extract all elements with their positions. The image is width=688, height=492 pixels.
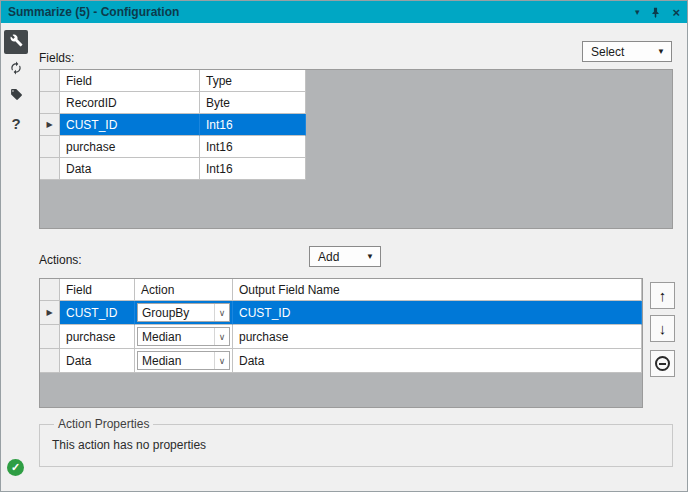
field-cell: purchase [60,136,200,158]
action-properties-label: Action Properties [54,417,153,431]
row-selector-cell[interactable] [40,158,60,180]
title-bar-icons: ▾ × [635,6,680,19]
fields-row[interactable]: Data Int16 [40,158,306,180]
close-icon[interactable]: × [672,6,680,19]
chevron-down-icon: ∨ [214,352,229,369]
column-header-field: Field [60,279,135,301]
actions-row[interactable]: ▶ CUST_ID GroupBy ∨ CUST_ID [40,301,642,325]
actions-label: Actions: [39,253,82,267]
output-field-cell: purchase [233,325,642,349]
title-bar: Summarize (5) - Configuration ▾ × [1,1,687,23]
column-header-field: Field [60,70,200,92]
action-properties-message: This action has no properties [52,438,672,452]
row-selector-header [40,70,60,92]
sidebar-item-refresh[interactable] [4,57,28,81]
fields-panel: Field Type RecordID Byte ▶ CUST_ID Int16… [39,69,673,229]
row-selector-cell[interactable] [40,136,60,158]
type-cell: Int16 [200,158,306,180]
question-icon: ? [11,115,20,132]
actions-panel: Field Action Output Field Name ▶ CUST_ID… [39,278,643,408]
action-field-cell: purchase [60,325,135,349]
action-dropdown-value: GroupBy [138,306,214,320]
action-dropdown-value: Median [138,354,214,368]
field-cell: Data [60,158,200,180]
add-dropdown-button[interactable]: Add ▼ [309,246,381,267]
output-field-cell: Data [233,349,642,373]
chevron-down-icon: ∨ [214,328,229,345]
sidebar: ? ✓ [1,23,31,492]
field-cell: CUST_ID [60,114,200,136]
fields-grid-header: Field Type [40,70,306,92]
fields-grid: Field Type RecordID Byte ▶ CUST_ID Int16… [40,70,306,180]
sidebar-item-configuration[interactable] [4,30,28,54]
select-button-label: Select [591,45,649,59]
actions-grid: Field Action Output Field Name ▶ CUST_ID… [40,279,642,373]
move-up-button[interactable]: ↑ [650,282,675,309]
column-header-type: Type [200,70,306,92]
window-title: Summarize (5) - Configuration [8,5,179,19]
select-dropdown-button[interactable]: Select ▼ [582,41,672,62]
selected-row-marker-icon: ▶ [46,120,52,129]
check-circle-icon: ✓ [7,459,24,476]
action-cell: Median ∨ [135,325,233,349]
action-dropdown[interactable]: GroupBy ∨ [137,303,230,322]
action-field-cell: CUST_ID [60,301,135,325]
chevron-down-icon: ▼ [657,47,665,56]
column-header-output-field-name: Output Field Name [233,279,642,301]
row-selector-cell[interactable] [40,349,60,373]
circular-arrows-icon [9,61,23,78]
selected-row-marker-icon: ▶ [46,308,52,317]
up-arrow-icon: ↑ [659,288,667,303]
fields-row[interactable]: purchase Int16 [40,136,306,158]
row-selector-cell[interactable]: ▶ [40,114,60,136]
fields-row[interactable]: ▶ CUST_ID Int16 [40,114,306,136]
actions-row[interactable]: purchase Median ∨ purchase [40,325,642,349]
action-dropdown-value: Median [138,330,214,344]
action-properties-group: Action Properties This action has no pro… [39,417,673,467]
minus-circle-icon [655,356,670,371]
add-button-label: Add [318,250,358,264]
tag-icon [10,88,23,104]
action-dropdown[interactable]: Median ∨ [137,327,230,346]
remove-action-button[interactable] [650,350,675,377]
check-glyph: ✓ [11,461,20,474]
move-down-button[interactable]: ↓ [650,315,675,342]
field-cell: RecordID [60,92,200,114]
fields-row[interactable]: RecordID Byte [40,92,306,114]
wrench-icon [10,34,23,50]
row-selector-cell[interactable] [40,92,60,114]
row-selector-cell[interactable] [40,325,60,349]
row-selector-cell[interactable]: ▶ [40,301,60,325]
type-cell: Int16 [200,114,306,136]
type-cell: Int16 [200,136,306,158]
down-arrow-icon: ↓ [659,321,667,336]
action-cell: Median ∨ [135,349,233,373]
action-dropdown[interactable]: Median ∨ [137,351,230,370]
output-field-cell: CUST_ID [233,301,642,325]
type-cell: Byte [200,92,306,114]
chevron-down-icon: ∨ [214,304,229,321]
sidebar-item-annotation[interactable] [4,84,28,108]
fields-label: Fields: [39,51,74,65]
chevron-down-icon[interactable]: ▾ [635,8,640,17]
row-selector-header [40,279,60,301]
column-header-action: Action [135,279,233,301]
actions-row[interactable]: Data Median ∨ Data [40,349,642,373]
sidebar-item-help[interactable]: ? [4,111,28,135]
actions-grid-header: Field Action Output Field Name [40,279,642,301]
chevron-down-icon: ▼ [366,252,374,261]
action-field-cell: Data [60,349,135,373]
action-cell: GroupBy ∨ [135,301,233,325]
pin-icon[interactable] [650,7,661,18]
summarize-configuration-window: Summarize (5) - Configuration ▾ × ? [0,0,688,492]
